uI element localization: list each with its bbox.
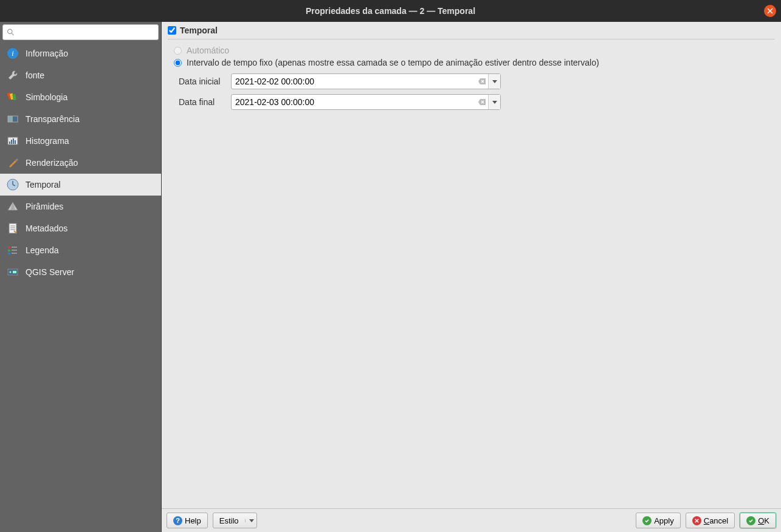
temporal-group-header: Temporal [168, 26, 775, 39]
sidebar-item-label: Informação [26, 49, 68, 58]
backspace-icon [478, 78, 486, 84]
svg-rect-22 [8, 247, 10, 248]
sidebar-item-label: Renderização [26, 158, 78, 168]
sidebar-item-label: Temporal [26, 180, 61, 189]
paintbrush-icon [6, 156, 19, 169]
sidebar-item-label: fonte [26, 70, 44, 80]
help-button[interactable]: ? Help [167, 513, 208, 528]
sidebar-item-simbologia[interactable]: Simbologia [0, 86, 161, 108]
sidebar-item-qgis-server[interactable]: QGIS Server [0, 261, 161, 283]
temporal-group-title: Temporal [180, 26, 218, 35]
pyramid-icon [6, 200, 19, 213]
start-date-clear[interactable] [476, 74, 488, 89]
titlebar: Propriedades da camada — 2 — Temporal [0, 0, 781, 22]
svg-rect-23 [8, 250, 10, 251]
end-date-dropdown[interactable] [488, 95, 500, 109]
svg-text:i: i [12, 49, 13, 58]
radio-automatic-label: Automático [187, 46, 229, 55]
clock-icon [6, 178, 19, 191]
sidebar-item-label: Metadados [26, 223, 67, 233]
radio-fixed[interactable] [174, 59, 182, 67]
sidebar-search-input[interactable] [2, 24, 159, 40]
radio-fixed-label: Intervalo de tempo fixo (apenas mostre e… [187, 58, 599, 67]
start-date-row: Data inicial [179, 73, 775, 89]
style-button[interactable]: Estilo [213, 513, 257, 528]
sidebar-item-label: Histograma [26, 136, 69, 146]
end-date-field [231, 94, 501, 110]
start-date-dropdown[interactable] [488, 74, 500, 89]
sidebar-item-label: Legenda [26, 245, 59, 255]
apply-button-label: Apply [654, 516, 674, 525]
sidebar-item-fonte[interactable]: fonte [0, 64, 161, 86]
end-date-label: Data final [179, 97, 226, 107]
start-date-label: Data inicial [179, 77, 226, 86]
chevron-down-icon [492, 101, 497, 104]
sidebar-item-label: QGIS Server [26, 267, 74, 277]
svg-rect-6 [12, 94, 16, 101]
end-date-clear[interactable] [476, 95, 488, 109]
sidebar-item-renderizacao[interactable]: Renderização [0, 152, 161, 174]
radio-automatic-row: Automático [174, 46, 775, 55]
sidebar-item-histograma[interactable]: Histograma [0, 130, 161, 152]
sidebar: i Informação fonte Simbologia [0, 22, 162, 532]
cancel-icon [692, 516, 701, 525]
end-date-input[interactable] [232, 95, 476, 109]
transparency-icon [6, 112, 19, 126]
backspace-icon [478, 99, 486, 105]
sidebar-item-label: Transparência [26, 114, 80, 124]
sidebar-item-piramides[interactable]: Pirâmides [0, 196, 161, 217]
svg-rect-13 [13, 138, 14, 144]
chevron-down-icon [245, 519, 254, 522]
server-icon [6, 265, 19, 279]
svg-rect-11 [9, 142, 10, 144]
legend-icon [6, 244, 19, 257]
search-icon [7, 29, 15, 36]
chevron-down-icon [492, 80, 497, 83]
document-icon [6, 222, 19, 235]
svg-point-0 [8, 29, 12, 33]
radio-fixed-row[interactable]: Intervalo de tempo fixo (apenas mostre e… [174, 58, 775, 67]
sidebar-item-legenda[interactable]: Legenda [0, 239, 161, 261]
close-button[interactable] [764, 5, 776, 17]
end-date-row: Data final [179, 94, 775, 110]
svg-point-29 [10, 271, 12, 273]
style-button-label: Estilo [219, 516, 239, 525]
svg-rect-8 [8, 116, 13, 122]
check-icon [642, 516, 652, 525]
ok-icon [746, 516, 755, 525]
sidebar-item-transparencia[interactable]: Transparência [0, 108, 161, 130]
histogram-icon [6, 134, 19, 148]
sidebar-nav: i Informação fonte Simbologia [0, 43, 161, 532]
close-icon [767, 8, 773, 14]
wrench-icon [6, 69, 19, 82]
temporal-enable-checkbox[interactable] [168, 26, 176, 35]
radio-automatic [174, 47, 182, 55]
dialog-footer: ? Help Estilo Apply CCancelancel [162, 508, 781, 532]
start-date-field [231, 73, 501, 89]
svg-rect-30 [13, 271, 16, 273]
svg-rect-14 [15, 140, 16, 144]
window-title: Propriedades da camada — 2 — Temporal [306, 6, 475, 16]
help-button-label: Help [185, 516, 201, 525]
brush-icon [6, 90, 19, 104]
cancel-button[interactable]: CCancelancel [686, 513, 735, 528]
svg-rect-24 [8, 253, 10, 254]
sidebar-item-label: Pirâmides [26, 202, 63, 211]
sidebar-item-temporal[interactable]: Temporal [0, 174, 161, 196]
ok-button[interactable]: OOKK [740, 513, 776, 528]
svg-line-1 [12, 33, 13, 35]
main-panel: Temporal Automático Intervalo de tempo f… [162, 22, 781, 532]
sidebar-item-metadados[interactable]: Metadados [0, 217, 161, 239]
svg-rect-12 [11, 140, 12, 144]
ok-button-label: OOKK [758, 516, 769, 525]
sidebar-item-label: Simbologia [26, 92, 67, 102]
apply-button[interactable]: Apply [636, 513, 681, 528]
sidebar-item-informacao[interactable]: i Informação [0, 43, 161, 64]
cancel-button-label: CCancelancel [704, 516, 728, 525]
start-date-input[interactable] [232, 74, 476, 89]
help-icon: ? [173, 516, 182, 525]
info-icon: i [6, 47, 19, 60]
